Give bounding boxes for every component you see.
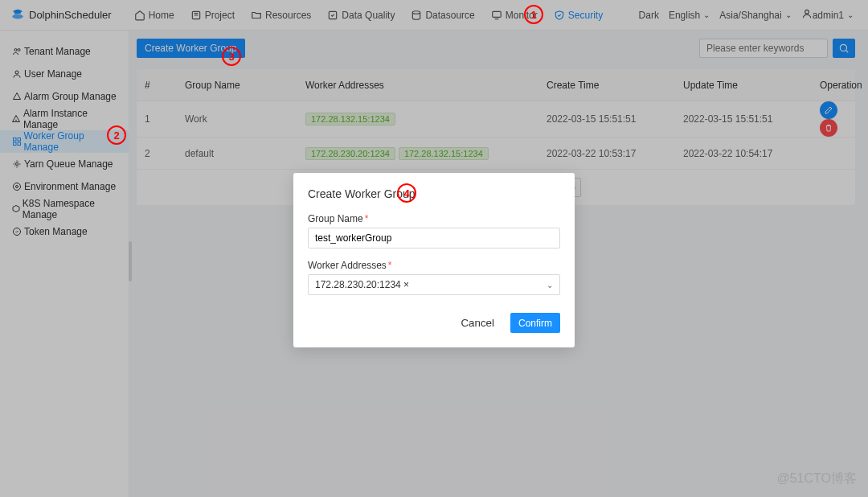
- create-worker-group-modal: Create Worker Group Group Name* Worker A…: [293, 173, 575, 347]
- required-icon: *: [388, 260, 392, 271]
- worker-addr-label: Worker Addresses*: [308, 260, 560, 271]
- watermark: @51CTO博客: [776, 470, 857, 487]
- selected-address-tag: 172.28.230.20:1234 ×: [315, 279, 409, 290]
- modal-overlay[interactable]: Create Worker Group Group Name* Worker A…: [0, 0, 868, 497]
- required-icon: *: [365, 213, 369, 224]
- worker-addr-select[interactable]: 172.28.230.20:1234 × ⌄: [308, 274, 560, 295]
- group-name-input[interactable]: [308, 228, 560, 249]
- modal-title: Create Worker Group: [308, 187, 560, 200]
- cancel-button[interactable]: Cancel: [452, 313, 502, 333]
- group-name-label: Group Name*: [308, 213, 560, 224]
- chevron-down-icon: ⌄: [547, 281, 553, 290]
- confirm-button[interactable]: Confirm: [510, 313, 560, 333]
